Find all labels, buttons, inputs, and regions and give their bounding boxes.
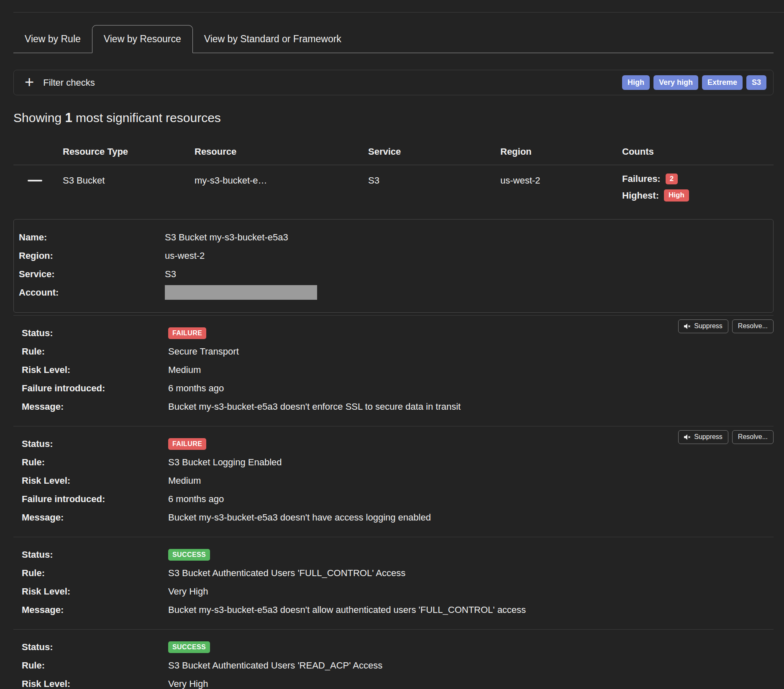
detail-row-region: Region: us-west-2 xyxy=(19,247,773,265)
check-secure-transport: Status: FAILURE Rule: Secure Transport R… xyxy=(13,315,774,426)
resolve-button[interactable]: Resolve... xyxy=(732,430,774,444)
tab-view-by-rule[interactable]: View by Rule xyxy=(13,25,92,53)
rule-value: S3 Bucket Authenticated Users 'FULL_CONT… xyxy=(168,568,405,579)
resource-name-value: S3 Bucket my-s3-bucket-e5a3 xyxy=(165,232,288,243)
rule-value: S3 Bucket Authenticated Users 'READ_ACP'… xyxy=(168,660,382,671)
col-header-region: Region xyxy=(500,146,622,157)
col-header-resource: Resource xyxy=(195,146,368,157)
cell-resource: my-s3-bucket-e… xyxy=(195,175,368,186)
account-redacted-value xyxy=(165,285,317,300)
filter-badge-s3[interactable]: S3 xyxy=(746,75,766,90)
resource-region-value: us-west-2 xyxy=(165,250,205,261)
risk-level-value: Medium xyxy=(168,475,201,486)
view-tabs: View by Rule View by Resource View by St… xyxy=(13,25,774,53)
message-value: Bucket my-s3-bucket-e5a3 doesn't have ac… xyxy=(168,512,431,523)
top-divider xyxy=(13,12,784,13)
highest-risk-badge: High xyxy=(664,189,689,201)
col-header-resource-type: Resource Type xyxy=(63,146,195,157)
highest-label: Highest: xyxy=(622,190,659,201)
status-badge: FAILURE xyxy=(168,327,206,339)
suppress-button[interactable]: Suppress xyxy=(678,430,728,444)
status-badge: SUCCESS xyxy=(168,641,210,653)
check-read-acp-access: Status: SUCCESS Rule: S3 Bucket Authenti… xyxy=(13,629,774,689)
detail-row-account: Account: xyxy=(19,283,773,302)
rule-value: Secure Transport xyxy=(168,346,239,357)
suppress-button[interactable]: Suppress xyxy=(678,319,728,333)
col-header-counts: Counts xyxy=(622,146,774,157)
tab-view-by-standard[interactable]: View by Standard or Framework xyxy=(193,25,353,53)
col-header-service: Service xyxy=(368,146,500,157)
resource-service-value: S3 xyxy=(165,269,176,280)
risk-level-value: Medium xyxy=(168,365,201,375)
collapse-row-icon[interactable] xyxy=(28,180,42,181)
status-badge: FAILURE xyxy=(168,438,206,450)
failures-label: Failures: xyxy=(622,174,661,184)
check-full-control-access: Status: SUCCESS Rule: S3 Bucket Authenti… xyxy=(13,537,774,629)
table-row[interactable]: S3 Bucket my-s3-bucket-e… S3 us-west-2 F… xyxy=(13,165,774,202)
risk-level-value: Very High xyxy=(168,586,208,597)
results-summary: Showing 1 most significant resources xyxy=(13,110,784,125)
filter-badge-high[interactable]: High xyxy=(622,75,650,90)
cell-counts: Failures: 2 Highest: High xyxy=(622,174,774,202)
filter-badge-extreme[interactable]: Extreme xyxy=(702,75,743,90)
rule-value: S3 Bucket Logging Enabled xyxy=(168,457,282,468)
filter-checks-bar[interactable]: + Filter checks High Very high Extreme S… xyxy=(13,70,774,95)
detail-row-name: Name: S3 Bucket my-s3-bucket-e5a3 xyxy=(19,228,773,247)
detail-row-service: Service: S3 xyxy=(19,265,773,283)
plus-icon: + xyxy=(25,74,34,90)
table-header-row: Resource Type Resource Service Region Co… xyxy=(13,146,774,165)
status-badge: SUCCESS xyxy=(168,549,210,561)
risk-level-value: Very High xyxy=(168,679,208,689)
tab-view-by-resource[interactable]: View by Resource xyxy=(92,25,193,53)
mute-icon xyxy=(684,323,691,329)
cell-service: S3 xyxy=(368,175,500,186)
filter-checks-label: Filter checks xyxy=(43,77,95,88)
check-logging-enabled: Status: FAILURE Rule: S3 Bucket Logging … xyxy=(13,426,774,537)
failure-introduced-value: 6 months ago xyxy=(168,383,224,394)
failures-count-badge: 2 xyxy=(666,174,678,184)
resolve-button[interactable]: Resolve... xyxy=(732,319,774,333)
failure-introduced-value: 6 months ago xyxy=(168,494,224,505)
active-filter-badges: High Very high Extreme S3 xyxy=(622,75,766,90)
cell-resource-type: S3 Bucket xyxy=(63,175,195,186)
mute-icon xyxy=(684,434,691,440)
message-value: Bucket my-s3-bucket-e5a3 doesn't enforce… xyxy=(168,401,461,412)
filter-badge-very-high[interactable]: Very high xyxy=(653,75,698,90)
result-count: 1 xyxy=(65,110,72,125)
message-value: Bucket my-s3-bucket-e5a3 doesn't allow a… xyxy=(168,605,526,615)
cell-region: us-west-2 xyxy=(500,175,622,186)
resource-details-panel: Name: S3 Bucket my-s3-bucket-e5a3 Region… xyxy=(13,219,774,313)
